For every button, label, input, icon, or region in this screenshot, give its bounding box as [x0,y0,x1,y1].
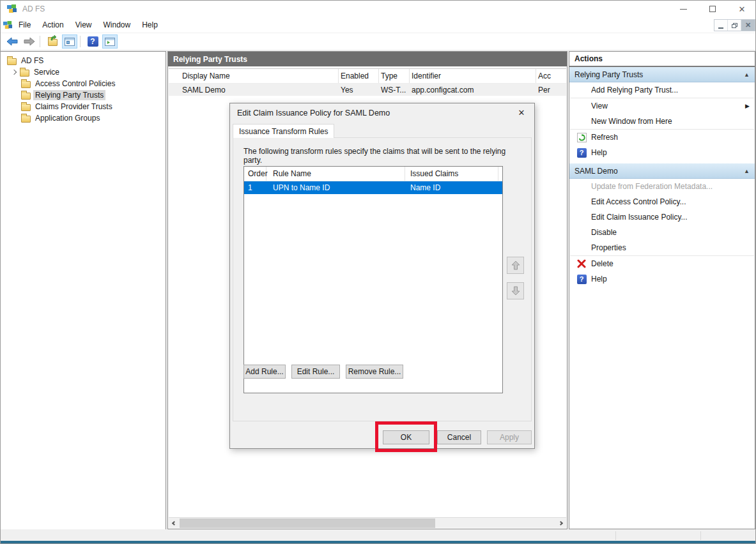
list-header-row: Display Name Enabled Type Identifier Acc [169,69,566,84]
dialog-title: Edit Claim Issuance Policy for SAML Demo [237,109,390,117]
move-rule-down-button[interactable] [507,282,524,299]
move-rule-up-button[interactable] [507,257,524,274]
title-bar: AD FS ✕ [1,1,756,17]
actions-group-saml-demo[interactable]: SAML Demo ▲ [569,163,755,179]
window-maximize-button[interactable] [698,1,727,17]
window-minimize-button[interactable] [668,1,698,17]
menu-file[interactable]: File [13,18,36,32]
action-edit-claim-issuance-policy[interactable]: Edit Claim Issuance Policy... [569,209,755,225]
mdi-restore-button[interactable] [728,20,741,31]
action-properties[interactable]: Properties [569,240,755,255]
mdi-close-button[interactable]: ✕ [741,20,755,31]
action-icon-slot [575,100,589,112]
tree-item-claims-provider-trusts[interactable]: Claims Provider Trusts [1,101,166,112]
action-edit-access-control-policy[interactable]: Edit Access Control Policy... [569,194,755,209]
toolbar: ? [1,33,756,50]
expand-chevron-icon[interactable] [12,70,17,75]
forward-button[interactable] [22,34,37,49]
action-delete[interactable]: Delete [569,256,755,271]
help-icon: ? [577,148,587,158]
adfs-app-icon [6,4,17,14]
column-type[interactable]: Type [379,69,410,83]
actions-group-relying-party-trusts[interactable]: Relying Party Trusts ▲ [569,67,755,82]
folder-icon [21,116,31,123]
add-rule-button[interactable]: Add Rule... [243,365,286,379]
scroll-right-button[interactable] [555,518,566,529]
window-title: AD FS [22,4,45,13]
column-order[interactable]: Order [244,167,266,181]
console-tree-panel: AD FS Service Access Control Policies Re… [1,51,166,529]
toggle-action-pane-button[interactable] [102,34,118,49]
down-arrow-icon [511,286,520,296]
annotation-highlight-rectangle [375,421,437,452]
window-close-button[interactable]: ✕ [727,1,756,17]
help-button[interactable]: ? [85,34,100,49]
tree-item-access-control-policies[interactable]: Access Control Policies [1,78,166,89]
toggle-console-tree-button[interactable] [62,34,77,49]
table-row-saml-demo[interactable]: SAML Demo Yes WS-T... app.configcat.com … [169,84,566,96]
action-help-group1[interactable]: ? Help [569,145,755,160]
up-arrow-icon [511,261,520,270]
window-bottom-edge [1,541,756,544]
tree-item-adfs[interactable]: AD FS [1,55,166,66]
tree-item-relying-party-trusts[interactable]: Relying Party Trusts [1,89,166,101]
console-tree-pane-icon [65,38,75,46]
action-update-from-federation-metadata: Update from Federation Metadata... [569,179,755,194]
scroll-left-button[interactable] [169,518,180,529]
horizontal-scrollbar[interactable] [169,517,566,528]
status-bar [1,531,756,541]
folder-icon [7,58,17,65]
column-access-control[interactable]: Acc [536,69,566,83]
menu-bar: File Action View Window Help ✕ [1,17,756,33]
action-icon-slot [575,181,589,192]
close-icon: ✕ [518,108,525,117]
back-button[interactable] [4,34,20,49]
action-refresh[interactable]: Refresh [569,130,755,145]
minimize-icon [680,9,687,10]
column-enabled[interactable]: Enabled [339,69,379,83]
column-rule-name[interactable]: Rule Name [266,167,405,181]
column-identifier[interactable]: Identifier [410,69,536,83]
action-help-group2[interactable]: ? Help [569,271,755,287]
forward-arrow-icon [24,37,35,46]
remove-rule-button[interactable]: Remove Rule... [346,365,403,379]
action-new-window-from-here[interactable]: New Window from Here [569,114,755,129]
action-add-relying-party-trust[interactable]: Add Relying Party Trust... [569,82,755,98]
close-icon: ✕ [739,5,746,13]
column-display-name[interactable]: Display Name [169,69,339,83]
mdi-minimize-icon [718,27,723,29]
delete-x-icon [577,259,586,268]
action-disable[interactable]: Disable [569,225,755,240]
up-one-level-button[interactable] [45,34,60,49]
mdi-minimize-button[interactable] [714,20,728,31]
cancel-button[interactable]: Cancel [437,430,481,444]
edit-rule-button[interactable]: Edit Rule... [291,365,340,379]
statusbar-separator [700,531,701,540]
edit-claim-issuance-policy-dialog: Edit Claim Issuance Policy for SAML Demo… [229,103,535,449]
maximize-icon [709,6,716,12]
action-icon-slot [575,242,589,253]
scrollbar-thumb[interactable] [180,518,435,528]
console-icon [3,20,13,30]
column-spacer [498,167,502,181]
chevron-right-icon [559,520,563,525]
collapse-arrow-icon[interactable]: ▲ [744,168,750,174]
apply-button: Apply [487,430,532,444]
tree-item-service[interactable]: Service [1,66,166,78]
action-icon-slot [575,116,589,127]
rule-row-upn-to-name-id[interactable]: 1 UPN to Name ID Name ID [244,181,502,194]
mdi-close-icon: ✕ [745,22,751,29]
dialog-close-button[interactable]: ✕ [509,103,534,121]
action-view[interactable]: View ▶ [569,98,755,114]
folder-up-icon [48,37,58,46]
column-issued-claims[interactable]: Issued Claims [405,167,498,181]
toolbar-separator [40,36,40,47]
tab-issuance-transform-rules[interactable]: Issuance Transform Rules [233,124,334,138]
menu-action[interactable]: Action [36,18,69,32]
mdi-window-controls: ✕ [714,19,755,31]
tree-item-application-groups[interactable]: Application Groups [1,112,166,124]
collapse-arrow-icon[interactable]: ▲ [744,72,750,78]
menu-view[interactable]: View [70,18,98,32]
menu-window[interactable]: Window [98,18,137,32]
menu-help[interactable]: Help [136,18,164,32]
